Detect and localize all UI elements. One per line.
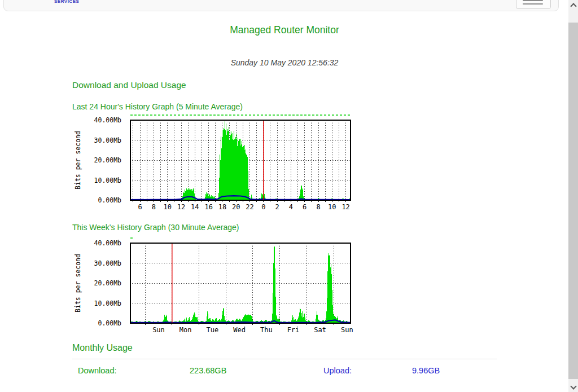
svg-text:16: 16 bbox=[204, 203, 212, 211]
download-value: 223.68GB bbox=[190, 366, 226, 375]
daily-graph: 0.00Mb10.00Mb20.00Mb30.00Mb40.00MbBits p… bbox=[72, 113, 354, 214]
svg-text:4: 4 bbox=[289, 203, 293, 211]
svg-text:Bits per second: Bits per second bbox=[74, 254, 82, 312]
svg-text:20.00Mb: 20.00Mb bbox=[94, 279, 122, 287]
monthly-section-heading: Monthly Usage bbox=[72, 343, 133, 353]
svg-text:20: 20 bbox=[232, 203, 240, 211]
chevron-down-icon bbox=[570, 383, 576, 389]
svg-text:30.00Mb: 30.00Mb bbox=[94, 259, 122, 267]
upload-value: 9.96GB bbox=[412, 366, 440, 375]
svg-text:Sat: Sat bbox=[314, 326, 326, 334]
svg-text:Mon: Mon bbox=[179, 326, 192, 334]
svg-text:0.00Mb: 0.00Mb bbox=[98, 196, 121, 204]
divider bbox=[72, 359, 497, 359]
svg-text:2: 2 bbox=[275, 203, 279, 211]
svg-text:6: 6 bbox=[138, 203, 142, 211]
scrollbar-up-button[interactable] bbox=[568, 0, 578, 10]
weekly-graph-image: 0.00Mb10.00Mb20.00Mb30.00Mb40.00MbBits p… bbox=[72, 236, 354, 334]
page-title: Managed Router Monitor bbox=[72, 24, 497, 36]
chevron-up-icon bbox=[570, 3, 576, 9]
scrollbar-thumb[interactable] bbox=[568, 23, 578, 379]
vertical-scrollbar[interactable] bbox=[568, 0, 578, 392]
svg-text:10: 10 bbox=[328, 203, 336, 211]
weekly-graph-heading: This Week's History Graph (30 Minute Ave… bbox=[72, 223, 239, 232]
weekly-graph: 0.00Mb10.00Mb20.00Mb30.00Mb40.00MbBits p… bbox=[72, 236, 354, 337]
router-monitor-page: SERVICES Managed Router Monitor Sunday 1… bbox=[0, 0, 578, 392]
usage-section-heading: Download and Upload Usage bbox=[72, 80, 186, 90]
svg-text:Fri: Fri bbox=[287, 326, 300, 334]
svg-text:Tue: Tue bbox=[207, 326, 219, 334]
svg-text:Sun: Sun bbox=[341, 326, 353, 334]
svg-text:20.00Mb: 20.00Mb bbox=[94, 156, 122, 164]
timestamp: Sunday 10 May 2020 12:56:32 bbox=[72, 58, 497, 67]
svg-text:10.00Mb: 10.00Mb bbox=[94, 177, 122, 184]
svg-text:Bits per second: Bits per second bbox=[74, 131, 82, 190]
svg-text:8: 8 bbox=[152, 203, 156, 211]
svg-text:0.00Mb: 0.00Mb bbox=[98, 319, 121, 327]
svg-text:6: 6 bbox=[303, 203, 306, 211]
svg-text:40.00Mb: 40.00Mb bbox=[94, 239, 122, 247]
daily-graph-image: 0.00Mb10.00Mb20.00Mb30.00Mb40.00MbBits p… bbox=[72, 113, 354, 212]
svg-text:12: 12 bbox=[341, 203, 349, 211]
download-label: Download: bbox=[78, 366, 117, 375]
svg-text:18: 18 bbox=[218, 203, 226, 211]
svg-text:14: 14 bbox=[191, 203, 199, 211]
daily-graph-heading: Last 24 Hour's History Graph (5 Minute A… bbox=[72, 102, 243, 111]
svg-text:8: 8 bbox=[316, 203, 320, 211]
svg-text:10.00Mb: 10.00Mb bbox=[94, 299, 122, 307]
svg-text:10: 10 bbox=[164, 203, 172, 211]
scrollbar-down-button[interactable] bbox=[568, 382, 578, 392]
svg-text:12: 12 bbox=[177, 203, 185, 211]
menu-toggle-button[interactable] bbox=[516, 0, 551, 9]
svg-text:Sun: Sun bbox=[152, 326, 165, 334]
svg-text:22: 22 bbox=[246, 203, 253, 211]
top-navbar: SERVICES bbox=[3, 0, 559, 11]
svg-text:30.00Mb: 30.00Mb bbox=[94, 136, 122, 144]
svg-text:40.00Mb: 40.00Mb bbox=[94, 116, 122, 124]
svg-text:Wed: Wed bbox=[233, 326, 246, 334]
svg-text:Thu: Thu bbox=[260, 326, 273, 334]
brand-logo[interactable]: SERVICES bbox=[54, 0, 79, 4]
svg-text:0: 0 bbox=[261, 203, 265, 211]
upload-label: Upload: bbox=[323, 366, 352, 375]
